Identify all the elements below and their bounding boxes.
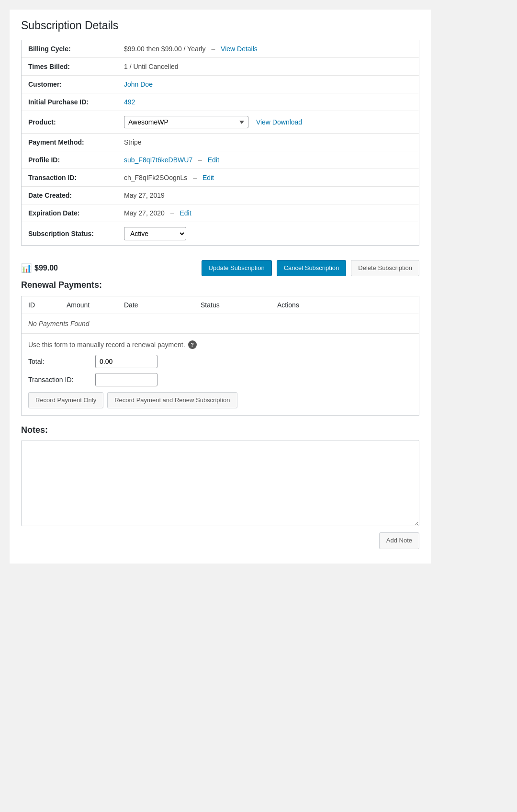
expiration-label: Expiration Date:	[28, 209, 124, 217]
col-date: Date	[124, 301, 201, 309]
product-value: AwesomeWP View Download	[124, 116, 412, 128]
help-icon[interactable]: ?	[188, 340, 197, 349]
customer-row: Customer: John Doe	[22, 76, 419, 93]
profile-id-row: Profile ID: sub_F8qI7t6keDBWU7 – Edit	[22, 151, 419, 169]
add-note-button[interactable]: Add Note	[379, 532, 419, 549]
times-billed-value: 1 / Until Cancelled	[124, 63, 412, 70]
page-container: Subscription Details Billing Cycle: $99.…	[10, 10, 431, 564]
customer-link[interactable]: John Doe	[124, 80, 153, 88]
renewal-payments-title: Renewal Payments:	[21, 280, 419, 290]
renewal-transaction-id-row: Transaction ID:	[28, 373, 412, 386]
col-status: Status	[201, 301, 277, 309]
payment-method-value: Stripe	[124, 138, 412, 146]
total-label: Total:	[28, 358, 95, 365]
expiration-date-row: Expiration Date: May 27, 2020 – Edit	[22, 204, 419, 222]
date-created-label: Date Created:	[28, 192, 124, 199]
delete-subscription-button[interactable]: Delete Subscription	[351, 260, 419, 276]
profile-id-label: Profile ID:	[28, 156, 124, 164]
transaction-id-value: ch_F8qIFk2SOognLs – Edit	[124, 174, 412, 181]
billing-cycle-value: $99.00 then $99.00 / Yearly – View Detai…	[124, 45, 412, 53]
view-download-link[interactable]: View Download	[256, 118, 302, 126]
times-billed-label: Times Billed:	[28, 63, 124, 70]
renewal-transaction-id-input[interactable]	[95, 373, 157, 386]
record-payment-only-button[interactable]: Record Payment Only	[28, 392, 103, 408]
notes-textarea[interactable]	[21, 440, 419, 526]
billing-cycle-row: Billing Cycle: $99.00 then $99.00 / Year…	[22, 40, 419, 58]
initial-purchase-row: Initial Purchase ID: 492	[22, 93, 419, 111]
price-value: $99.00	[34, 264, 58, 272]
col-id: ID	[28, 301, 67, 309]
customer-value: John Doe	[124, 80, 412, 88]
record-payment-renew-button[interactable]: Record Payment and Renew Subscription	[107, 392, 237, 408]
payments-table: ID Amount Date Status Actions No Payment…	[21, 296, 419, 416]
page-title: Subscription Details	[21, 19, 419, 32]
date-created-value: May 27, 2019	[124, 192, 412, 199]
subscription-status-row: Subscription Status: Active Cancelled Ex…	[22, 222, 419, 245]
table-header: ID Amount Date Status Actions	[22, 296, 419, 314]
notes-title: Notes:	[21, 425, 419, 435]
col-amount: Amount	[67, 301, 124, 309]
update-subscription-button[interactable]: Update Subscription	[202, 260, 272, 276]
transaction-id-edit-link[interactable]: Edit	[202, 174, 214, 181]
expiration-edit-link[interactable]: Edit	[180, 209, 191, 217]
subscription-status-label: Subscription Status:	[28, 230, 124, 237]
renewal-transaction-id-label: Transaction ID:	[28, 376, 95, 383]
profile-id-value: sub_F8qI7t6keDBWU7 – Edit	[124, 156, 412, 164]
subscription-status-value: Active Cancelled Expired Pending Suspend…	[124, 227, 412, 240]
transaction-id-label: Transaction ID:	[28, 174, 124, 181]
subscription-status-select[interactable]: Active Cancelled Expired Pending Suspend…	[124, 227, 186, 240]
price-display: 📊 $99.00	[21, 263, 58, 273]
product-select[interactable]: AwesomeWP	[124, 116, 248, 128]
initial-purchase-id-link[interactable]: 492	[124, 98, 135, 106]
customer-label: Customer:	[28, 80, 124, 88]
initial-purchase-value: 492	[124, 98, 412, 106]
payment-method-label: Payment Method:	[28, 138, 124, 146]
add-note-row: Add Note	[21, 532, 419, 549]
form-buttons: Record Payment Only Record Payment and R…	[28, 392, 412, 408]
profile-id-edit-link[interactable]: Edit	[208, 156, 219, 164]
date-created-row: Date Created: May 27, 2019	[22, 187, 419, 204]
form-description: Use this form to manually record a renew…	[28, 340, 412, 349]
manual-payment-form: Use this form to manually record a renew…	[22, 334, 419, 415]
profile-id-link[interactable]: sub_F8qI7t6keDBWU7	[124, 156, 192, 164]
no-payments-text: No Payments Found	[22, 314, 419, 334]
billing-cycle-view-details-link[interactable]: View Details	[221, 45, 258, 53]
billing-cycle-label: Billing Cycle:	[28, 45, 124, 53]
expiration-value: May 27, 2020 – Edit	[124, 209, 412, 217]
total-input[interactable]	[95, 355, 157, 368]
subscription-details-box: Billing Cycle: $99.00 then $99.00 / Year…	[21, 40, 419, 246]
transaction-id-row: Transaction ID: ch_F8qIFk2SOognLs – Edit	[22, 169, 419, 187]
times-billed-row: Times Billed: 1 / Until Cancelled	[22, 58, 419, 76]
product-row: Product: AwesomeWP View Download	[22, 111, 419, 134]
cancel-subscription-button[interactable]: Cancel Subscription	[277, 260, 347, 276]
col-actions: Actions	[277, 301, 354, 309]
initial-purchase-label: Initial Purchase ID:	[28, 98, 124, 106]
actions-row: 📊 $99.00 Update Subscription Cancel Subs…	[21, 253, 419, 280]
product-label: Product:	[28, 118, 124, 126]
chart-icon: 📊	[21, 263, 32, 273]
total-row: Total:	[28, 355, 412, 368]
payment-method-row: Payment Method: Stripe	[22, 134, 419, 151]
